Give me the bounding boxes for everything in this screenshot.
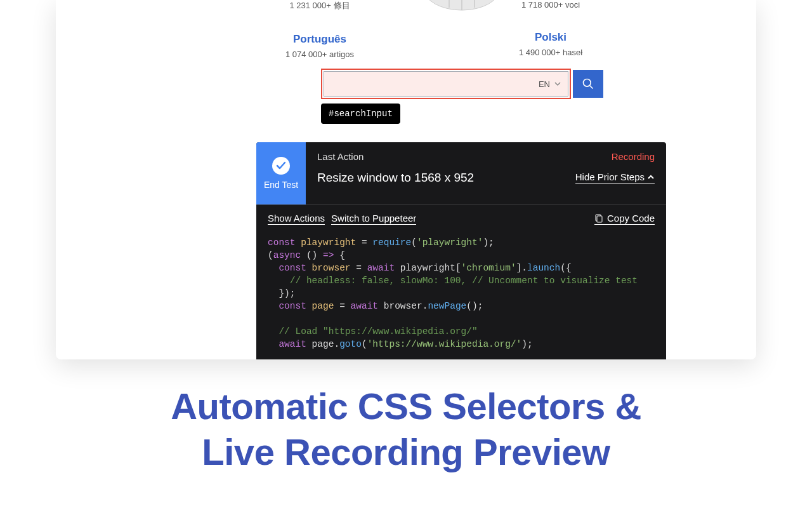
svg-point-4	[584, 79, 591, 87]
checkmark-circle-icon	[272, 157, 290, 175]
css-selector-tooltip: #searchInput	[321, 104, 400, 124]
lang-count-chinese: 1 231 000+ 條目	[289, 0, 350, 11]
switch-to-puppeteer-button[interactable]: Switch to Puppeteer	[331, 213, 416, 225]
search-icon	[582, 77, 594, 90]
recorder-panel: End Test Last Action Recording Resize wi…	[256, 142, 666, 359]
svg-rect-7	[597, 216, 602, 222]
code-preview: const playwright = require('playwright')…	[256, 232, 666, 359]
lang-count-polish: 1 490 000+ haseł	[519, 48, 582, 57]
lang-count-italian: 1 718 000+ voci	[521, 0, 580, 10]
copy-icon	[594, 214, 603, 223]
copy-code-label: Copy Code	[607, 213, 655, 224]
screenshot-card: 1 231 000+ 條目 Português 1 074 000+ artig…	[56, 0, 756, 359]
hide-prior-steps-button[interactable]: Hide Prior Steps	[575, 171, 655, 184]
show-actions-button[interactable]: Show Actions	[268, 213, 325, 225]
search-highlight-box: EN	[321, 69, 571, 99]
hero-heading: Automatic CSS Selectors & Live Recording…	[0, 384, 812, 475]
hero-heading-line2: Live Recording Preview	[0, 429, 812, 475]
last-action-label: Last Action	[317, 151, 363, 162]
search-language-selector[interactable]: EN	[539, 79, 561, 89]
search-button[interactable]	[573, 70, 603, 98]
lang-link-portuguese[interactable]: Português	[285, 33, 354, 46]
recording-status: Recording	[612, 151, 655, 162]
lang-link-polish[interactable]: Polski	[519, 31, 582, 44]
last-action-text: Resize window to 1568 x 952	[317, 171, 474, 185]
search-language-label: EN	[539, 79, 550, 89]
lang-count-portuguese: 1 074 000+ artigos	[285, 50, 354, 59]
hero-heading-line1: Automatic CSS Selectors &	[0, 384, 812, 429]
svg-line-5	[590, 86, 593, 89]
search-input[interactable]: EN	[324, 71, 568, 97]
copy-code-button[interactable]: Copy Code	[594, 213, 655, 225]
end-test-button[interactable]: End Test	[256, 142, 306, 204]
chevron-up-icon	[647, 173, 655, 181]
chevron-down-icon	[554, 80, 561, 88]
end-test-label: End Test	[264, 180, 298, 190]
hide-prior-steps-label: Hide Prior Steps	[575, 171, 645, 182]
